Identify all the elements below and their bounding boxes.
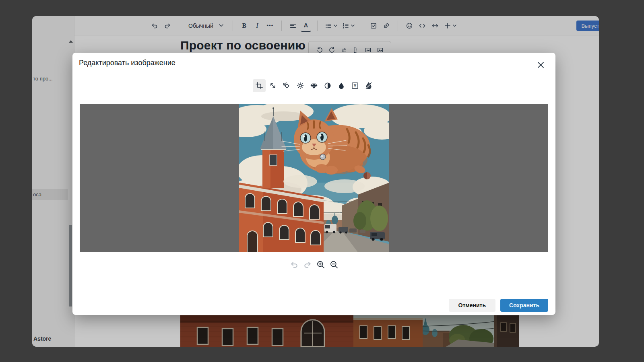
tool-grayscale-button[interactable]: Y [349,79,361,92]
tool-resize-button[interactable] [266,79,279,92]
zoom-out-button[interactable] [330,260,339,269]
cat-over-city-image [239,104,389,252]
zoom-in-icon [316,260,325,269]
close-button[interactable] [535,60,546,70]
crop-icon [255,82,263,90]
resize-diagonal-icon [269,82,277,90]
grayscale-glyph: Y [353,83,356,88]
close-icon [538,62,544,68]
brightness-sun-icon [296,82,304,90]
edit-redo-button[interactable] [303,260,312,269]
canvas-controls [72,260,555,269]
rotate-icon [283,82,291,90]
tool-brightness-button[interactable] [294,79,307,92]
droplet-icon [337,82,345,90]
modal-title: Редактировать изображение [79,59,175,67]
edit-tools-toolbar: Y [72,79,555,92]
modal-save-button[interactable]: Сохранить [500,299,548,312]
droplet-slash-icon [365,82,373,90]
redo-icon [303,260,312,269]
tool-sharpen-button[interactable] [308,79,320,92]
tool-crop-button[interactable] [253,79,266,92]
tool-saturation-button[interactable] [335,79,348,92]
grayscale-y-icon: Y [351,82,359,90]
crop-canvas[interactable] [80,104,548,252]
modal-footer: Отменить Сохранить [72,295,555,315]
tool-rotate-button[interactable] [280,79,293,92]
tool-blur-off-button[interactable] [362,79,375,92]
edit-undo-button[interactable] [290,260,299,269]
gem-icon [310,82,318,90]
undo-icon [290,260,299,269]
cancel-button[interactable]: Отменить [449,299,495,312]
contrast-icon [324,82,332,90]
zoom-in-button[interactable] [316,260,325,269]
edit-image-modal: Редактировать изображение Y [72,53,555,315]
tool-contrast-button[interactable] [321,79,334,92]
zoom-out-icon [330,260,339,269]
